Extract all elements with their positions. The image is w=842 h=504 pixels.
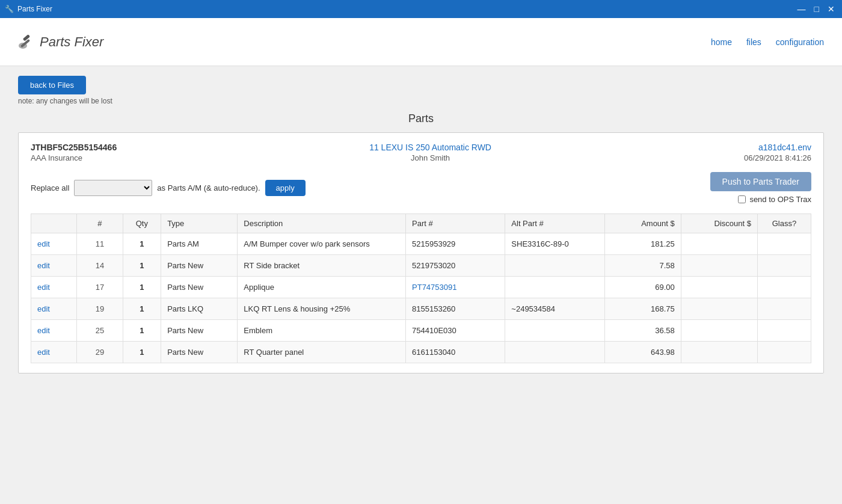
row-num: 25 — [77, 320, 123, 342]
col-header-qty: Qty — [123, 214, 161, 233]
page-title: Parts — [18, 112, 824, 125]
row-glass — [757, 277, 811, 298]
row-amount: 69.00 — [604, 277, 681, 298]
row-amount: 7.58 — [604, 255, 681, 277]
back-section: back to Files note: any changes will be … — [18, 76, 824, 105]
nav-configuration[interactable]: configuration — [776, 37, 824, 47]
edit-link[interactable]: edit — [37, 304, 50, 313]
edit-link[interactable]: edit — [37, 348, 50, 357]
row-part-num: 754410E030 — [406, 320, 505, 342]
row-discount — [681, 277, 757, 298]
claim-id: JTHBF5C25B5154466 — [31, 143, 117, 152]
toolbar-row: Replace all Parts AM Parts New Parts LKQ… — [31, 172, 811, 204]
row-amount: 643.98 — [604, 342, 681, 363]
edit-link[interactable]: edit — [37, 261, 50, 270]
row-description: LKQ RT Lens & housing +25% — [238, 298, 406, 320]
row-discount — [681, 320, 757, 342]
col-header-description: Description — [238, 214, 406, 233]
send-to-ops-trax-checkbox[interactable] — [738, 195, 746, 203]
table-row: edit 19 1 Parts LKQ LKQ RT Lens & housin… — [31, 298, 811, 320]
col-header-discount: Discount $ — [681, 214, 757, 233]
claim-right: a181dc41.env 06/29/2021 8:41:26 — [744, 143, 811, 162]
row-qty: 1 — [123, 342, 161, 363]
edit-link[interactable]: edit — [37, 326, 50, 335]
row-part-num: PT74753091 — [406, 277, 505, 298]
replace-select[interactable]: Parts AM Parts New Parts LKQ — [74, 180, 152, 196]
toolbar-left: Replace all Parts AM Parts New Parts LKQ… — [31, 180, 306, 196]
edit-cell: edit — [31, 255, 77, 277]
row-discount — [681, 298, 757, 320]
row-glass — [757, 255, 811, 277]
row-qty: 1 — [123, 233, 161, 255]
claim-env: a181dc41.env — [744, 143, 811, 152]
content-area: back to Files note: any changes will be … — [0, 66, 842, 383]
row-qty: 1 — [123, 277, 161, 298]
table-row: edit 25 1 Parts New Emblem 754410E030 36… — [31, 320, 811, 342]
row-description: Applique — [238, 277, 406, 298]
row-type: Parts New — [161, 342, 238, 363]
row-num: 17 — [77, 277, 123, 298]
row-amount: 36.58 — [604, 320, 681, 342]
row-type: Parts LKQ — [161, 298, 238, 320]
claim-date: 06/29/2021 8:41:26 — [744, 153, 811, 162]
maximize-button[interactable]: □ — [812, 5, 822, 13]
title-bar-app-name: Parts Fixer — [17, 5, 52, 13]
row-type: Parts New — [161, 277, 238, 298]
row-type: Parts New — [161, 255, 238, 277]
row-description: RT Quarter panel — [238, 342, 406, 363]
table-row: edit 17 1 Parts New Applique PT74753091 … — [31, 277, 811, 298]
row-glass — [757, 342, 811, 363]
row-discount — [681, 255, 757, 277]
send-to-ops-trax-label: send to OPS Trax — [749, 195, 811, 204]
col-header-num: # — [77, 214, 123, 233]
row-glass — [757, 298, 811, 320]
row-alt-part-num — [505, 320, 604, 342]
replace-as-text: as Parts A/M (& auto-reduce). — [157, 183, 260, 192]
edit-cell: edit — [31, 277, 77, 298]
row-part-num: 5219753020 — [406, 255, 505, 277]
replace-all-label: Replace all — [31, 183, 69, 192]
edit-link[interactable]: edit — [37, 283, 50, 292]
edit-cell: edit — [31, 320, 77, 342]
row-alt-part-num — [505, 342, 604, 363]
app-header: Parts Fixer home files configuration — [0, 18, 842, 66]
logo-icon — [18, 34, 35, 51]
edit-cell: edit — [31, 233, 77, 255]
claim-center: 11 LEXU IS 250 Automatic RWD John Smith — [369, 143, 491, 162]
row-alt-part-num — [505, 277, 604, 298]
app-name: Parts Fixer — [40, 34, 103, 50]
row-part-num: 8155153260 — [406, 298, 505, 320]
title-bar-controls: — □ ✕ — [795, 5, 837, 13]
col-header-glass: Glass? — [757, 214, 811, 233]
row-num: 14 — [77, 255, 123, 277]
edit-link[interactable]: edit — [37, 239, 50, 248]
claim-owner: John Smith — [369, 153, 491, 162]
col-header-part-num: Part # — [406, 214, 505, 233]
title-bar: 🔧 Parts Fixer — □ ✕ — [0, 0, 842, 18]
push-to-parts-trader-button[interactable]: Push to Parts Trader — [710, 172, 811, 191]
row-type: Parts New — [161, 320, 238, 342]
row-alt-part-num: ~249534584 — [505, 298, 604, 320]
row-description: RT Side bracket — [238, 255, 406, 277]
row-num: 11 — [77, 233, 123, 255]
nav-files[interactable]: files — [746, 37, 761, 47]
back-to-files-button[interactable]: back to Files — [18, 76, 86, 94]
table-header-row: # Qty Type Description Part # Alt Part #… — [31, 214, 811, 233]
edit-cell: edit — [31, 298, 77, 320]
main-nav: home files configuration — [711, 37, 824, 47]
title-bar-icon: 🔧 — [5, 5, 14, 13]
note-text: note: any changes will be lost — [18, 97, 824, 105]
close-button[interactable]: ✕ — [825, 5, 837, 13]
row-type: Parts AM — [161, 233, 238, 255]
claim-insurer: AAA Insurance — [31, 153, 117, 162]
col-header-type: Type — [161, 214, 238, 233]
toolbar-right: Push to Parts Trader send to OPS Trax — [710, 172, 811, 204]
nav-home[interactable]: home — [711, 37, 732, 47]
row-part-num: 6161153040 — [406, 342, 505, 363]
row-glass — [757, 233, 811, 255]
app-logo: Parts Fixer — [18, 34, 103, 51]
title-bar-left: 🔧 Parts Fixer — [5, 5, 52, 13]
apply-button[interactable]: apply — [265, 180, 306, 196]
col-header-edit — [31, 214, 77, 233]
minimize-button[interactable]: — — [795, 5, 808, 13]
